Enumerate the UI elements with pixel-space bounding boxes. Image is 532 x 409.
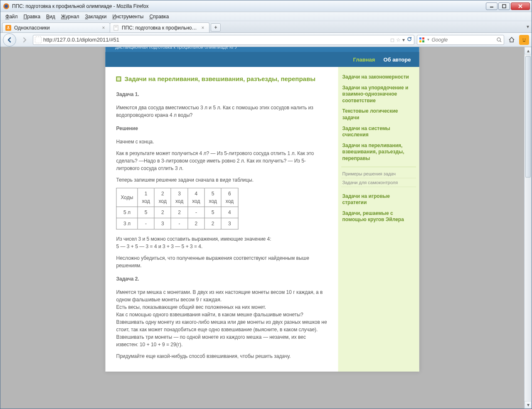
sidebar-separator [342,167,416,167]
tab-close-icon[interactable]: × [200,25,206,31]
sidebar-link[interactable]: Задачи на упорядочение и взаимно-однозна… [342,83,416,106]
article-title: Задачи на переливания, взвешивания, разъ… [116,74,328,84]
para: Имеется три мешка с монетами. В двух из … [116,288,328,348]
sidebar-sublink[interactable]: Задачи для самоконтроля [342,178,416,187]
para: Придумайте еще какой-нибудь способ взвеш… [116,352,328,360]
para: Из чисел 3 и 5 можно составить выражения… [116,235,328,250]
addon-smiley-icon[interactable] [519,35,529,45]
menu-history[interactable]: Журнал [59,13,82,20]
google-icon[interactable] [419,37,425,43]
svg-rect-9 [115,26,117,27]
task1-heading: Задача 1. [116,91,328,98]
close-button[interactable] [511,2,530,10]
search-input[interactable] [431,37,494,43]
sidebar-sublink[interactable]: Примеры решения задач [342,170,416,178]
table-row: 3 л - 3 - 2 2 3 [116,218,238,229]
back-button[interactable] [3,33,16,47]
url-dropdown-icon[interactable]: ▾ [402,37,405,43]
page-icon [113,25,119,31]
sidebar-link[interactable]: Текстовые логические задачи [342,106,416,123]
menu-help[interactable]: Справка [147,13,171,20]
svg-rect-13 [419,40,421,42]
page-header: ППС дистанционная подготовка к профильно… [106,47,419,67]
svg-rect-14 [422,40,424,42]
main-content: Задачи на переливания, взвешивания, разъ… [106,67,338,372]
title-icon [116,76,121,81]
svg-rect-10 [115,27,117,27]
tab-close-icon[interactable]: × [101,25,106,31]
svg-point-19 [525,39,526,39]
app-window: ППС: подготовка к профильной олимпиаде -… [0,0,532,409]
menu-edit[interactable]: Правка [21,13,43,20]
firefox-icon [3,3,10,10]
solution-table: Ходы 1ход 2ход 3ход 4ход 5ход 6ход 5 л 5 [116,188,239,229]
minimize-button[interactable] [486,2,498,10]
window-title: ППС: подготовка к профильной олимпиаде -… [12,3,486,9]
para: Теперь запишем решение задачи сначала в … [116,176,328,184]
feed-icon: ◻ [390,37,394,43]
new-tab-button[interactable]: + [211,23,221,32]
scroll-thumb[interactable] [525,56,531,177]
sidebar-link[interactable]: Задачи на игровые стратегии [342,191,416,208]
nav-home[interactable]: Главная [353,57,375,63]
nav-toolbar: ◻ ☆ ▾ ▼ [0,33,532,47]
url-input[interactable] [43,37,389,43]
sidebar-link[interactable]: Задачи, решаемые с помощью кругов Эйлера [342,208,416,225]
content-area: ППС дистанционная подготовка к профильно… [0,47,532,409]
nav-about[interactable]: Об авторе [383,57,411,63]
task2-heading: Задача 2. [116,275,328,283]
tab-pps[interactable]: ППС: подготовка к профильной ол... × [110,22,209,32]
web-page: ППС дистанционная подготовка к профильно… [106,47,419,372]
search-bar[interactable]: ▼ [417,35,504,45]
site-tagline: дистанционная подготовка к профильной ол… [116,47,409,49]
menu-bookmarks[interactable]: Закладки [83,13,109,20]
sidebar-link[interactable]: Задачи на системы счисления [342,123,416,140]
svg-point-1 [5,5,8,8]
tab-label: Одноклассники [14,25,98,31]
table-row: Ходы 1ход 2ход 3ход 4ход 5ход 6ход [116,188,238,207]
svg-rect-11 [419,37,421,39]
svg-rect-12 [422,37,424,39]
menu-tools[interactable]: Инструменты [110,13,146,20]
page-body: Задачи на переливания, взвешивания, разъ… [106,67,419,372]
para: Имеются два сосуда вместимостью 3 л и 5 … [116,104,328,119]
sidebar-link[interactable]: Задачи на закономерности [342,72,416,83]
tab-odnoklassniki[interactable]: Одноклассники × [2,22,110,32]
window-buttons [486,2,530,10]
tab-label: ППС: подготовка к профильной ол... [122,25,197,31]
search-dropdown-icon[interactable]: ▼ [427,38,430,42]
search-icon[interactable] [496,37,502,43]
menubar: Файл Правка Вид Журнал Закладки Инструме… [0,12,532,21]
scroll-track[interactable] [525,54,532,401]
table-row: 5 л 5 2 2 - 5 4 [116,207,238,218]
maximize-button[interactable] [498,2,510,10]
home-button[interactable] [507,35,517,45]
reload-icon[interactable] [406,36,412,43]
svg-rect-8 [114,25,118,30]
sidebar: Задачи на закономерности Задачи на упоря… [338,67,419,372]
para: Как в результате может получиться 4 л? —… [116,150,328,172]
svg-rect-3 [502,5,506,8]
viewport[interactable]: ППС дистанционная подготовка к профильно… [0,47,524,409]
titlebar: ППС: подготовка к профильной олимпиаде -… [0,0,532,12]
para: Начнем с конца. [116,138,328,145]
svg-point-7 [7,26,9,28]
forward-button[interactable] [19,34,30,46]
scroll-down-icon[interactable]: ▾ [525,401,532,409]
tabbar: Одноклассники × ППС: подготовка к профил… [0,21,532,33]
svg-point-18 [523,39,524,39]
menu-view[interactable]: Вид [44,13,58,20]
para: Несложно убедиться, что полученные выраж… [116,254,328,269]
svg-point-15 [497,38,500,41]
vertical-scrollbar[interactable]: ▴ ▾ [524,47,532,409]
menu-file[interactable]: Файл [3,13,20,20]
svg-point-17 [521,37,527,43]
sidebar-link[interactable]: Задачи на переливания, взвешивания, разъ… [342,140,416,164]
tabs-dropdown-icon[interactable]: ▾ [527,24,529,30]
bookmark-star-icon[interactable]: ☆ [396,37,401,43]
scroll-up-icon[interactable]: ▴ [525,47,532,54]
site-identity-icon[interactable] [35,37,42,43]
url-bar[interactable]: ◻ ☆ ▾ [33,35,414,45]
svg-line-16 [500,41,501,42]
site-nav: Главная Об авторе [106,52,419,67]
